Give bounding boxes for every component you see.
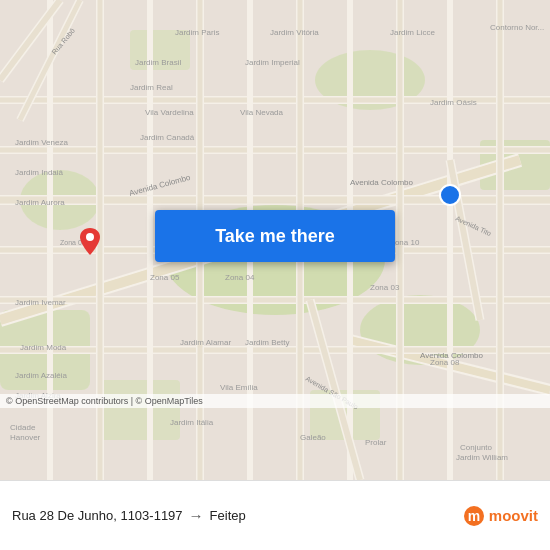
svg-text:Jardim Imperial: Jardim Imperial [245,58,300,67]
svg-text:m: m [468,508,480,524]
moovit-logo-icon: m [463,505,485,527]
svg-text:Zona 03: Zona 03 [370,283,400,292]
svg-text:Jardim Vitória: Jardim Vitória [270,28,319,37]
svg-text:Jardim Veneza: Jardim Veneza [15,138,68,147]
svg-point-90 [440,185,460,205]
origin-text: Rua 28 De Junho, 1103-1197 [12,508,183,523]
take-me-there-button[interactable]: Take me there [155,210,395,262]
moovit-logo: m moovit [463,505,538,527]
svg-text:Jardim Betty: Jardim Betty [245,338,289,347]
svg-text:Zona 04: Zona 04 [225,273,255,282]
svg-text:Jardim Ivemar: Jardim Ivemar [15,298,66,307]
svg-rect-4 [100,380,180,440]
svg-text:Jardim Oásis: Jardim Oásis [430,98,477,107]
svg-text:Jardim Moda: Jardim Moda [20,343,67,352]
svg-text:Jardim Indaiá: Jardim Indaiá [15,168,64,177]
svg-text:Jardim Alamar: Jardim Alamar [180,338,231,347]
map-container: Avenida Colombo Avenida Colombo Avenida … [0,0,550,480]
svg-text:Galeão: Galeão [300,433,326,442]
svg-text:Jardim Paris: Jardim Paris [175,28,219,37]
svg-text:Vila Vardelina: Vila Vardelina [145,108,194,117]
svg-text:Vila Nevada: Vila Nevada [240,108,284,117]
map-attribution: © OpenStreetMap contributors | © OpenMap… [0,394,550,408]
svg-text:Prolar: Prolar [365,438,387,447]
svg-text:Jardim William: Jardim William [456,453,508,462]
svg-text:Jardim Brasil: Jardim Brasil [135,58,181,67]
arrow-icon: → [189,507,204,524]
destination-text: Feitep [210,508,246,523]
svg-text:Jardim Azaléia: Jardim Azaléia [15,371,68,380]
svg-point-92 [86,233,94,241]
svg-text:Conjunto: Conjunto [460,443,493,452]
moovit-brand-name: moovit [489,507,538,524]
svg-text:Jardim Itália: Jardim Itália [170,418,214,427]
svg-text:Zona 05: Zona 05 [150,273,180,282]
bottom-bar: Rua 28 De Junho, 1103-1197 → Feitep m mo… [0,480,550,550]
svg-text:Jardim Aurora: Jardim Aurora [15,198,65,207]
svg-text:Jardim Real: Jardim Real [130,83,173,92]
svg-text:Vila Emília: Vila Emília [220,383,258,392]
svg-text:Jardim Licce: Jardim Licce [390,28,435,37]
svg-text:Avenida Colombo: Avenida Colombo [350,178,414,187]
svg-text:Hanover: Hanover [10,433,41,442]
svg-text:Zona 08: Zona 08 [430,358,460,367]
svg-text:Jardim Canadá: Jardim Canadá [140,133,195,142]
svg-text:Cidade: Cidade [10,423,36,432]
route-info: Rua 28 De Junho, 1103-1197 → Feitep [12,507,455,524]
svg-text:Contorno Nor...: Contorno Nor... [490,23,544,32]
